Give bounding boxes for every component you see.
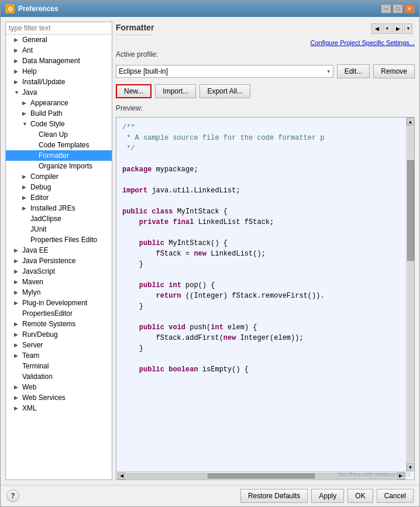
code-line: public MyIntStack() {	[122, 238, 408, 249]
tree-item-properties-editor[interactable]: PropertiesEditor	[6, 308, 112, 319]
code-line: public boolean isEmpty() {	[122, 364, 408, 375]
tree-item-general[interactable]: ▶General	[6, 35, 112, 45]
tree-item-clean-up[interactable]: Clean Up	[6, 129, 112, 140]
tree-label-clean-up: Clean Up	[39, 130, 68, 139]
tree-arrow-run-debug: ▶	[14, 332, 21, 337]
vertical-scrollbar[interactable]: ▲ ▼	[406, 118, 414, 471]
maximize-button[interactable]: □	[393, 4, 403, 13]
scroll-thumb-v[interactable]	[407, 160, 414, 261]
tree-item-code-style[interactable]: ▼Code Style	[6, 119, 112, 129]
tree-item-run-debug[interactable]: ▶Run/Debug	[6, 329, 112, 340]
help-button[interactable]: ?	[6, 489, 19, 502]
remove-button[interactable]: Remove	[373, 64, 415, 78]
preferences-window: ⚙ Preferences ─ □ ✕ ▶General▶Ant▶Data Ma…	[0, 0, 420, 507]
tree-item-organize-imports[interactable]: Organize Imports	[6, 161, 112, 171]
scroll-left-arrow[interactable]: ◀	[118, 472, 126, 480]
cancel-button[interactable]: Cancel	[377, 489, 414, 503]
scroll-thumb-h[interactable]	[208, 474, 315, 478]
export-all-button[interactable]: Export All...	[199, 84, 250, 98]
tree-item-install-update[interactable]: ▶Install/Update	[6, 77, 112, 87]
tree-arrow-web: ▶	[14, 384, 21, 390]
tree-item-maven[interactable]: ▶Maven	[6, 277, 112, 287]
tree-arrow-xml: ▶	[14, 405, 21, 411]
tree-arrow-appearance: ▶	[22, 100, 29, 106]
tree-arrow-installed-jres: ▶	[22, 205, 29, 211]
tree-item-mylyn[interactable]: ▶Mylyn	[6, 287, 112, 298]
tree-item-help[interactable]: ▶Help	[6, 66, 112, 77]
apply-button[interactable]: Apply	[311, 489, 344, 503]
tree-label-build-path: Build Path	[30, 109, 63, 118]
tree-item-appearance[interactable]: ▶Appearance	[6, 98, 112, 108]
tree-label-jadclipse: JadClipse	[30, 215, 61, 223]
tree-label-server: Server	[22, 341, 43, 349]
minimize-button[interactable]: ─	[381, 4, 391, 13]
code-line: public void push(int elem) {	[122, 322, 408, 333]
import-button[interactable]: Import...	[155, 84, 196, 98]
window-icon: ⚙	[5, 4, 15, 13]
tree-item-javascript[interactable]: ▶JavaScript	[6, 266, 112, 277]
forward-dropdown[interactable]: ▼	[404, 23, 412, 34]
tree-item-validation[interactable]: Validation	[6, 371, 112, 382]
tree-label-code-templates: Code Templates	[39, 141, 89, 149]
tree-item-ant[interactable]: ▶Ant	[6, 45, 112, 56]
tree-item-plugin-development[interactable]: ▶Plug-in Development	[6, 298, 112, 308]
code-line: package mypackage;	[122, 164, 408, 175]
tree-item-compiler[interactable]: ▶Compiler	[6, 171, 112, 182]
tree-item-java[interactable]: ▼Java	[6, 87, 112, 98]
tree-item-java-persistence[interactable]: ▶Java Persistence	[6, 256, 112, 266]
tree-item-debug[interactable]: ▶Debug	[6, 182, 112, 192]
tree-arrow-ant: ▶	[14, 47, 21, 53]
profile-dropdown[interactable]: Eclipse [built-in]	[116, 65, 333, 78]
tree-item-server[interactable]: ▶Server	[6, 340, 112, 350]
code-scroll[interactable]: /** * A sample source file for the code …	[116, 118, 414, 480]
watermark: http://blog.csdn.net/diyu122222	[338, 471, 411, 477]
tree-item-installed-jres[interactable]: ▶Installed JREs	[6, 203, 112, 213]
new-button[interactable]: New...	[116, 84, 152, 98]
tree-label-java-persistence: Java Persistence	[22, 257, 75, 265]
tree-arrow-general: ▶	[14, 37, 21, 43]
config-link[interactable]: Configure Project Specific Settings...	[310, 39, 415, 46]
tree-item-junit[interactable]: JUnit	[6, 224, 112, 234]
tree-item-remote-systems[interactable]: ▶Remote Systems	[6, 319, 112, 329]
restore-defaults-button[interactable]: Restore Defaults	[240, 489, 308, 503]
back-button[interactable]: ◀	[371, 23, 382, 34]
ok-button[interactable]: OK	[347, 489, 373, 503]
window-title: Preferences	[18, 5, 377, 13]
tree-arrow-javascript: ▶	[14, 268, 21, 274]
tree-arrow-compiler: ▶	[22, 174, 29, 180]
scroll-down-arrow[interactable]: ▼	[407, 463, 415, 471]
tree-item-xml[interactable]: ▶XML	[6, 403, 112, 413]
tree-arrow-java-persistence: ▶	[14, 258, 21, 264]
tree-item-editor[interactable]: ▶Editor	[6, 192, 112, 203]
tree-item-build-path[interactable]: ▶Build Path	[6, 108, 112, 119]
tree-label-code-style: Code Style	[30, 120, 65, 128]
tree-item-jadclipse[interactable]: JadClipse	[6, 213, 112, 224]
tree-label-data-management: Data Management	[22, 57, 80, 65]
tree-item-web-services[interactable]: ▶Web Services	[6, 392, 112, 403]
tree-item-data-management[interactable]: ▶Data Management	[6, 56, 112, 66]
forward-button[interactable]: ▶	[393, 23, 403, 34]
close-button[interactable]: ✕	[404, 4, 415, 13]
tree-label-junit: JUnit	[30, 225, 46, 233]
tree-arrow-code-style: ▼	[22, 121, 29, 127]
tree-item-code-templates[interactable]: Code Templates	[6, 140, 112, 150]
tree-arrow-maven: ▶	[14, 279, 21, 285]
tree-item-terminal[interactable]: Terminal	[6, 361, 112, 371]
tree-item-web[interactable]: ▶Web	[6, 382, 112, 392]
tree-label-installed-jres: Installed JREs	[30, 204, 75, 212]
tree-item-java-ee[interactable]: ▶Java EE	[6, 245, 112, 256]
tree-item-formatter[interactable]: Formatter	[6, 150, 112, 161]
code-line	[122, 227, 408, 238]
scroll-up-arrow[interactable]: ▲	[407, 118, 415, 126]
tree-item-team[interactable]: ▶Team	[6, 350, 112, 361]
code-line	[122, 175, 408, 185]
filter-input[interactable]	[6, 22, 112, 35]
tree-arrow-mylyn: ▶	[14, 289, 21, 295]
tree-label-help: Help	[22, 67, 37, 75]
edit-button[interactable]: Edit...	[337, 64, 370, 78]
tree-arrow-debug: ▶	[22, 184, 29, 190]
back-dropdown[interactable]: ▼	[383, 23, 391, 34]
code-line: public int pop() {	[122, 280, 408, 291]
scroll-track-v[interactable]	[407, 126, 414, 463]
tree-item-properties-files-editor[interactable]: Properties Files Edito	[6, 234, 112, 245]
